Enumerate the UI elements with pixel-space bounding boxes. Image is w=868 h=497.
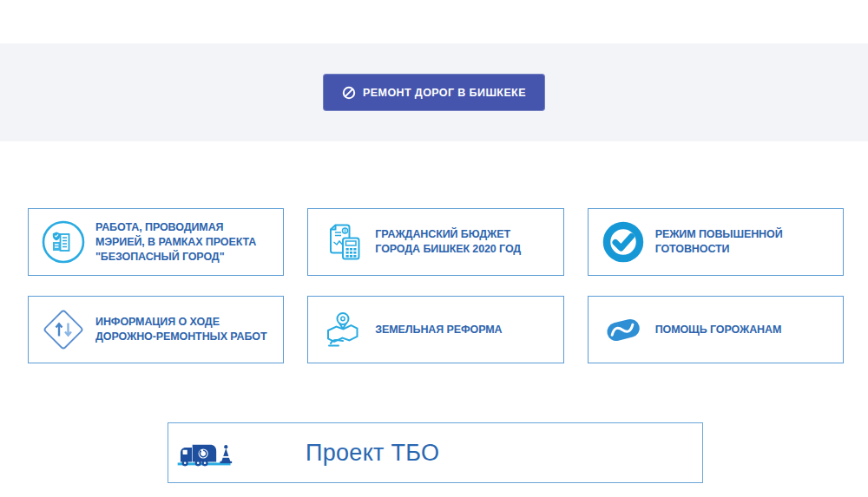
no-entry-icon <box>342 86 356 100</box>
card-safe-city[interactable]: РАБОТА, ПРОВОДИМАЯ МЭРИЕЙ, В РАМКАХ ПРОЕ… <box>28 208 284 276</box>
map-pin-hand-icon <box>320 307 365 352</box>
card-roadworks[interactable]: ИНФОРМАЦИЯ О ХОДЕ ДОРОЖНО-РЕМОНТНЫХ РАБО… <box>28 296 284 363</box>
road-repair-button-label: РЕМОНТ ДОРОГ В БИШКЕКЕ <box>363 87 526 99</box>
diamond-arrows-icon <box>41 307 86 352</box>
budget-calculator-icon <box>320 219 365 265</box>
road-repair-button[interactable]: РЕМОНТ ДОРОГ В БИШКЕКЕ <box>323 74 545 111</box>
card-land-reform[interactable]: ЗЕМЕЛЬНАЯ РЕФОРМА <box>307 296 563 363</box>
card-label: ПОМОЩЬ ГОРОЖАНАМ <box>655 323 782 337</box>
garbage-truck-icon <box>177 431 240 474</box>
card-help[interactable]: ПОМОЩЬ ГОРОЖАНАМ <box>588 296 844 363</box>
tbo-project-label: Проект ТБО <box>306 440 439 467</box>
card-label: ГРАЖДАНСКИЙ БЮДЖЕТ ГОРОДА БИШКЕК 2020 ГО… <box>375 227 552 257</box>
quick-links-grid: РАБОТА, ПРОВОДИМАЯ МЭРИЕЙ, В РАМКАХ ПРОЕ… <box>28 208 844 363</box>
card-readiness[interactable]: РЕЖИМ ПОВЫШЕННОЙ ГОТОВНОСТИ <box>588 208 844 276</box>
card-label: ЗЕМЕЛЬНАЯ РЕФОРМА <box>375 323 502 337</box>
card-label: РАБОТА, ПРОВОДИМАЯ МЭРИЕЙ, В РАМКАХ ПРОЕ… <box>95 220 273 265</box>
city-shield-icon <box>41 219 86 265</box>
check-circle-icon <box>601 219 646 265</box>
card-label: ИНФОРМАЦИЯ О ХОДЕ ДОРОЖНО-РЕМОНТНЫХ РАБО… <box>95 315 273 344</box>
handshake-icon <box>601 307 646 352</box>
card-budget[interactable]: ГРАЖДАНСКИЙ БЮДЖЕТ ГОРОДА БИШКЕК 2020 ГО… <box>307 208 563 276</box>
hero-band: РЕМОНТ ДОРОГ В БИШКЕКЕ <box>0 43 868 141</box>
card-label: РЕЖИМ ПОВЫШЕННОЙ ГОТОВНОСТИ <box>655 227 832 257</box>
card-tbo-project[interactable]: Проект ТБО <box>168 422 703 483</box>
